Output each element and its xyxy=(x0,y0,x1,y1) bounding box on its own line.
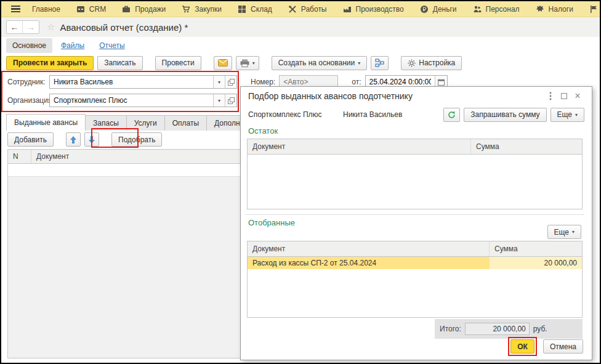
organization-dropdown-button[interactable]: ▾ xyxy=(213,94,225,107)
post-button[interactable]: Провести xyxy=(155,56,201,70)
dropdown-caret-icon: ▾ xyxy=(575,112,578,118)
flag-icon xyxy=(589,5,598,14)
arrow-down-icon xyxy=(89,136,95,144)
menu-item-company[interactable]: Компания xyxy=(581,1,601,17)
postings-dtkt-icon xyxy=(375,59,384,67)
tab-files[interactable]: Файлы xyxy=(55,38,91,53)
dropdown-caret-icon: ▾ xyxy=(252,60,255,66)
date-label: от: xyxy=(352,78,361,86)
remainder-section-title: Остаток xyxy=(248,126,278,135)
dialog-organization-value: Спорткомплекс Плюс xyxy=(248,110,343,119)
number-label: Номер: xyxy=(251,78,275,86)
menu-item-sales[interactable]: Продажи xyxy=(114,1,174,17)
annotation-red-box-ok-button: ОК xyxy=(508,337,537,356)
total-label: Итого: xyxy=(440,325,461,333)
factory-icon xyxy=(343,5,352,14)
menu-item-main[interactable]: Главное xyxy=(24,1,68,17)
dialog-footer: ОК Отмена xyxy=(508,337,583,356)
postings-structure-button[interactable] xyxy=(371,56,389,70)
menu-label: Главное xyxy=(32,5,60,14)
employee-open-button[interactable] xyxy=(225,76,236,88)
column-header-document: Документ xyxy=(248,139,471,154)
total-currency: руб. xyxy=(533,325,547,333)
dialog-close-button[interactable]: × xyxy=(571,90,584,102)
dropdown-caret-icon: ▾ xyxy=(358,60,360,66)
forward-icon: → xyxy=(26,22,35,32)
menu-item-warehouse[interactable]: Склад xyxy=(230,1,280,17)
back-button[interactable]: ← xyxy=(7,21,23,33)
total-value: 20 000,00 xyxy=(465,323,530,335)
selected-more-button[interactable]: Еще ▾ xyxy=(547,225,581,239)
menu-label: Работы xyxy=(301,5,327,14)
eagle-emblem-icon xyxy=(536,5,544,14)
tab-main[interactable]: Основное xyxy=(6,38,52,53)
hamburger-menu-icon[interactable] xyxy=(7,6,24,13)
refresh-button[interactable] xyxy=(443,108,460,122)
row-sum-cell: 20 000,00 xyxy=(490,257,582,269)
create-based-on-button[interactable]: Создать на основании ▾ xyxy=(272,56,368,70)
tab-services[interactable]: Услуги xyxy=(126,115,165,131)
menu-item-taxes[interactable]: Налоги xyxy=(528,1,581,17)
menu-item-purchases[interactable]: Закупки xyxy=(174,1,230,17)
request-sum-button[interactable]: Запрашивать сумму xyxy=(464,108,546,122)
post-and-close-button[interactable]: Провести и закрыть xyxy=(6,56,94,70)
mail-button[interactable] xyxy=(214,56,232,70)
cancel-button[interactable]: Отмена xyxy=(543,339,583,354)
pick-button[interactable]: Подобрать xyxy=(111,132,162,147)
menu-label: Продажи xyxy=(135,5,166,14)
menu-item-production[interactable]: Производство xyxy=(335,1,412,17)
menu-item-crm[interactable]: CRM xyxy=(68,1,114,17)
employee-input[interactable] xyxy=(50,76,213,88)
ok-button[interactable]: ОК xyxy=(510,339,534,354)
employee-combo: ▾ xyxy=(49,75,237,89)
dialog-titlebar: Подбор выданных авансов подотчетнику × xyxy=(241,87,592,105)
dialog-menu-button[interactable] xyxy=(544,90,557,102)
dropdown-caret-icon: ▾ xyxy=(218,79,220,85)
tab-issued-advances[interactable]: Выданные авансы xyxy=(6,114,86,131)
menu-label: Налоги xyxy=(549,5,573,14)
tab-payments[interactable]: Оплаты xyxy=(164,115,207,131)
menu-item-works[interactable]: Работы xyxy=(280,1,335,17)
organization-combo: ▾ xyxy=(49,94,237,107)
tab-stock[interactable]: Запасы xyxy=(85,115,127,131)
menu-label: Деньги xyxy=(433,5,457,14)
calendar-icon xyxy=(438,79,445,86)
cart-icon xyxy=(182,5,190,14)
organization-input[interactable] xyxy=(50,94,213,107)
menu-item-staff[interactable]: Персонал xyxy=(465,1,528,17)
printer-icon xyxy=(240,59,249,67)
document-section-tabs: Выданные авансы Запасы Услуги Оплаты Доп… xyxy=(6,114,275,131)
top-menubar: Главное CRM Продажи Закупки Склад Работы… xyxy=(1,1,600,17)
organization-open-button[interactable] xyxy=(225,94,236,107)
settings-button[interactable]: Настройка xyxy=(401,56,462,70)
menu-label: Склад xyxy=(251,5,272,14)
print-button[interactable]: ▾ xyxy=(236,56,259,70)
tab-reports[interactable]: Отчеты xyxy=(93,38,131,53)
dialog-more-button[interactable]: Еще ▾ xyxy=(551,108,584,122)
selected-table-row[interactable]: Расход из кассы СП-2 от 25.04.2024 20 00… xyxy=(248,257,582,269)
dialog-context-row: Спорткомплекс Плюс Никита Васильев Запра… xyxy=(241,105,592,124)
selected-table[interactable]: Документ Сумма Расход из кассы СП-2 от 2… xyxy=(247,241,583,318)
gear-icon xyxy=(408,59,416,67)
menu-item-money[interactable]: Деньги xyxy=(412,1,465,17)
remainder-table[interactable]: Документ Сумма xyxy=(247,139,583,209)
row-document-cell: Расход из кассы СП-2 от 25.04.2024 xyxy=(248,257,490,269)
organization-label: Организация: xyxy=(7,96,49,105)
remainder-table-header: Документ Сумма xyxy=(248,139,582,155)
favorites-star-icon[interactable]: ☆ xyxy=(47,22,55,33)
move-up-button[interactable] xyxy=(66,132,81,147)
menu-label: CRM xyxy=(89,5,106,14)
document-toolbar: Провести и закрыть Записать Провести ▾ С… xyxy=(1,54,600,71)
boxes-grid-icon xyxy=(238,5,246,14)
tools-icon xyxy=(288,5,297,14)
dropdown-caret-icon: ▾ xyxy=(572,229,575,235)
dialog-maximize-button[interactable] xyxy=(557,90,571,102)
save-button[interactable]: Записать xyxy=(97,56,142,70)
open-link-icon xyxy=(228,79,235,86)
section-divider xyxy=(246,214,584,215)
add-row-button[interactable]: Добавить xyxy=(7,132,54,147)
employee-label: Сотрудник: xyxy=(7,78,49,86)
employee-dropdown-button[interactable]: ▾ xyxy=(213,76,225,88)
forward-button[interactable]: → xyxy=(23,21,39,33)
move-down-button[interactable] xyxy=(84,132,99,147)
